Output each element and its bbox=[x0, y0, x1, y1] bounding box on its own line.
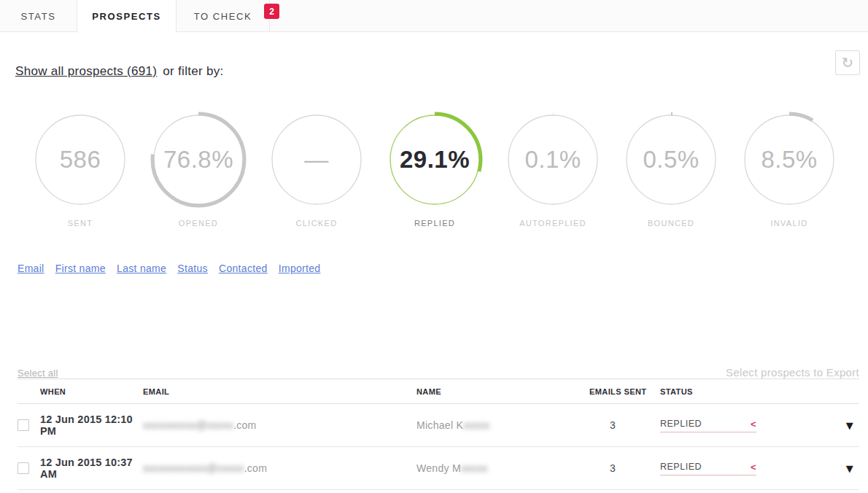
stat-sent-value: 586 bbox=[31, 111, 129, 209]
export-hint-text: Select prospects to Export bbox=[726, 366, 859, 379]
stat-replied-label: REPLIED bbox=[376, 219, 494, 228]
stat-sent-label: SENT bbox=[21, 219, 139, 228]
to-check-count-badge: 2 bbox=[264, 4, 279, 19]
row-dropdown-icon[interactable]: ▼ bbox=[846, 463, 853, 474]
stat-bounced[interactable]: 0.5% BOUNCED bbox=[612, 111, 730, 228]
refresh-button[interactable]: ↻ bbox=[835, 50, 860, 75]
selection-row: Select all Select prospects to Export bbox=[18, 362, 859, 379]
table-row: 12 Jun 2015 10:37 AM xxxxxxxxxxxx@xxxxx.… bbox=[18, 447, 859, 490]
filter-link-status[interactable]: Status bbox=[177, 263, 208, 274]
stat-clicked-value: — bbox=[268, 111, 365, 209]
filter-link-last-name[interactable]: Last name bbox=[117, 263, 166, 274]
status-chevron-icon: < bbox=[751, 419, 756, 430]
tab-prospects[interactable]: PROSPECTS bbox=[77, 0, 177, 33]
stat-bounced-label: BOUNCED bbox=[612, 219, 730, 228]
row-checkbox[interactable] bbox=[18, 419, 29, 431]
stat-invalid-label: INVALID bbox=[730, 219, 848, 228]
table-header-row: WHEN EMAIL NAME EMAILS SENT STATUS bbox=[18, 379, 859, 404]
cell-when: 12 Jun 2015 12:10 PM bbox=[40, 414, 143, 437]
name-visible-text: Wendy M bbox=[416, 462, 461, 474]
filter-links-row: Email First name Last name Status Contac… bbox=[18, 263, 868, 274]
column-header-name: NAME bbox=[416, 387, 589, 396]
stat-sent[interactable]: 586 SENT bbox=[21, 111, 139, 228]
stat-invalid[interactable]: 8.5% INVALID bbox=[730, 111, 848, 228]
row-dropdown-icon[interactable]: ▼ bbox=[846, 420, 853, 431]
cell-emails-sent: 3 bbox=[589, 462, 660, 474]
stat-opened-value: 76.8% bbox=[150, 111, 247, 209]
tab-stats-label: STATS bbox=[21, 11, 56, 22]
filter-link-contacted[interactable]: Contacted bbox=[219, 263, 268, 274]
column-header-emails-sent: EMAILS SENT bbox=[589, 387, 660, 396]
stat-opened[interactable]: 76.8% OPENED bbox=[139, 111, 257, 228]
stat-autoreplied-value: 0.1% bbox=[504, 111, 602, 209]
filter-by-text: or filter by: bbox=[163, 64, 223, 78]
redacted-name-text: xxxxx bbox=[463, 419, 490, 431]
row-checkbox[interactable] bbox=[18, 462, 29, 474]
status-dropdown[interactable]: REPLIED < bbox=[660, 419, 756, 432]
status-dropdown[interactable]: REPLIED < bbox=[660, 462, 756, 475]
stat-invalid-value: 8.5% bbox=[740, 111, 838, 209]
stat-autoreplied[interactable]: 0.1% AUTOREPLIED bbox=[494, 111, 612, 228]
cell-email: xxxxxxxxxx@xxxxx.com bbox=[143, 419, 416, 431]
filter-link-imported[interactable]: Imported bbox=[279, 263, 321, 274]
cell-emails-sent: 3 bbox=[589, 419, 660, 431]
stat-bounced-value: 0.5% bbox=[622, 111, 720, 209]
stat-clicked-label: CLICKED bbox=[257, 219, 376, 228]
prospects-table: WHEN EMAIL NAME EMAILS SENT STATUS 12 Ju… bbox=[18, 379, 859, 490]
column-header-status: STATUS bbox=[660, 387, 859, 396]
select-all-link[interactable]: Select all bbox=[18, 368, 58, 379]
show-all-prospects-link[interactable]: Show all prospects (691) bbox=[15, 64, 157, 78]
tab-prospects-label: PROSPECTS bbox=[92, 11, 161, 22]
email-suffix: .com bbox=[244, 462, 268, 474]
tab-stats[interactable]: STATS bbox=[0, 0, 77, 32]
email-suffix: .com bbox=[233, 419, 257, 431]
column-header-email: EMAIL bbox=[143, 387, 416, 396]
stats-circles-row: 586 SENT 76.8% OPENED — CLICKED 29.1% RE… bbox=[0, 111, 868, 228]
stat-replied-value: 29.1% bbox=[386, 111, 484, 209]
stat-opened-label: OPENED bbox=[139, 219, 257, 228]
cell-status: REPLIED < ▼ bbox=[660, 462, 859, 475]
redacted-email-text: xxxxxxxxxxxx@xxxxx bbox=[143, 462, 244, 474]
stat-clicked[interactable]: — CLICKED bbox=[257, 111, 376, 228]
toolbar: Show all prospects (691)or filter by: ↻ bbox=[0, 32, 868, 80]
redacted-email-text: xxxxxxxxxx@xxxxx bbox=[143, 419, 233, 431]
cell-name: Wendy Mxxxxx bbox=[416, 462, 589, 474]
tab-bar: STATS PROSPECTS TO CHECK 2 bbox=[0, 0, 868, 32]
redacted-name-text: xxxxx bbox=[461, 462, 488, 474]
refresh-icon: ↻ bbox=[841, 55, 853, 70]
cell-name: Michael Kxxxxx bbox=[416, 419, 589, 431]
cell-status: REPLIED < ▼ bbox=[660, 419, 859, 432]
tab-to-check[interactable]: TO CHECK bbox=[177, 0, 270, 32]
table-row: 12 Jun 2015 12:10 PM xxxxxxxxxx@xxxxx.co… bbox=[18, 404, 859, 447]
stat-replied[interactable]: 29.1% REPLIED bbox=[376, 111, 494, 228]
column-header-when: WHEN bbox=[40, 387, 143, 396]
cell-when: 12 Jun 2015 10:37 AM bbox=[40, 457, 143, 480]
filter-link-email[interactable]: Email bbox=[18, 263, 44, 274]
status-chevron-icon: < bbox=[751, 462, 756, 473]
status-value: REPLIED bbox=[660, 419, 702, 429]
filter-link-first-name[interactable]: First name bbox=[55, 263, 106, 274]
tab-to-check-label: TO CHECK bbox=[194, 11, 252, 22]
stat-autoreplied-label: AUTOREPLIED bbox=[494, 219, 612, 228]
cell-email: xxxxxxxxxxxx@xxxxx.com bbox=[143, 462, 416, 474]
name-visible-text: Michael K bbox=[416, 419, 463, 431]
status-value: REPLIED bbox=[660, 462, 702, 472]
